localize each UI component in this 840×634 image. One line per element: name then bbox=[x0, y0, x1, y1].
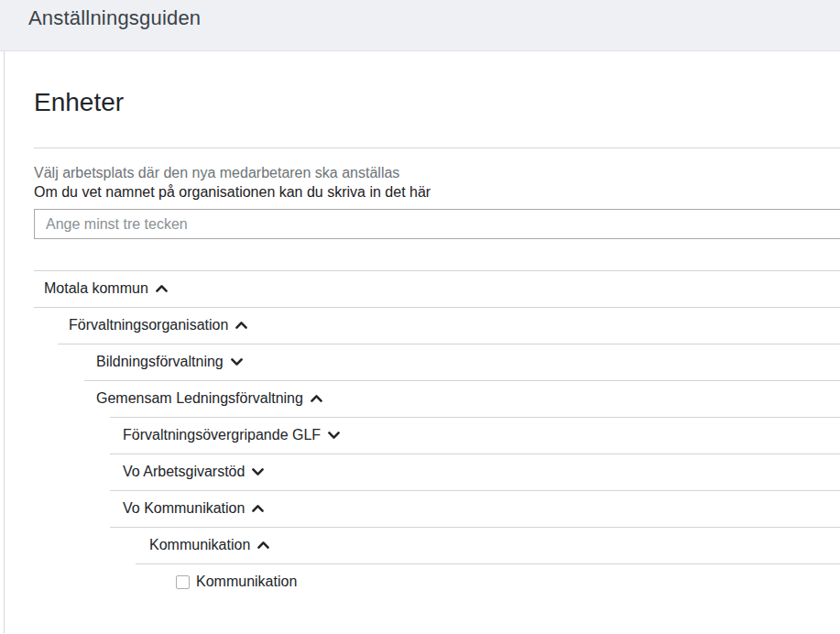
tree-node-row[interactable]: Motala kommun bbox=[5, 270, 840, 307]
page-subtitle: Välj arbetsplats där den nya medarbetare… bbox=[34, 163, 840, 182]
tree-node-label: Vo Arbetsgivarstöd bbox=[123, 464, 245, 480]
tree-node-row[interactable]: Bildningsförvaltning bbox=[5, 344, 840, 380]
chevron-up-icon[interactable] bbox=[235, 317, 248, 333]
chevron-up-icon[interactable] bbox=[251, 500, 265, 517]
section-divider bbox=[34, 148, 840, 148]
search-label: Om du vet namnet på organisationen kan d… bbox=[34, 184, 431, 200]
chevron-down-icon[interactable] bbox=[230, 354, 244, 370]
tree-node-row[interactable]: Vo Arbetsgivarstöd bbox=[5, 454, 840, 490]
tree-node-row[interactable]: Förvaltningsorganisation bbox=[5, 307, 840, 344]
app-title: Anställningsguiden bbox=[28, 6, 840, 30]
page-content: Enheter Välj arbetsplats där den nya med… bbox=[5, 86, 840, 239]
row-divider bbox=[136, 563, 840, 564]
chevron-down-icon[interactable] bbox=[251, 464, 265, 480]
tree-node-row[interactable]: Förvaltningsövergripande GLF bbox=[5, 417, 840, 454]
row-divider bbox=[58, 344, 840, 344]
row-divider bbox=[110, 490, 840, 491]
tree-node-row[interactable]: Vo Kommunikation bbox=[5, 490, 840, 527]
app-header: Anställningsguiden bbox=[0, 0, 840, 51]
row-divider bbox=[110, 454, 840, 454]
row-divider bbox=[34, 270, 840, 271]
tree-leaf-row[interactable]: Kommunikation bbox=[5, 563, 840, 600]
tree-node-label: Motala kommun bbox=[44, 280, 148, 297]
tree-node-label: Kommunikation bbox=[196, 574, 297, 590]
chevron-up-icon[interactable] bbox=[310, 390, 323, 407]
tree-node-label: Kommunikation bbox=[149, 537, 250, 553]
chevron-up-icon[interactable] bbox=[256, 537, 270, 553]
search-input[interactable] bbox=[34, 209, 840, 239]
row-divider bbox=[34, 307, 840, 308]
tree-node-row[interactable]: Kommunikation bbox=[5, 527, 840, 563]
tree-node-label: Gemensam Ledningsförvaltning bbox=[96, 390, 303, 407]
main-panel: Enheter Välj arbetsplats där den nya med… bbox=[4, 51, 840, 633]
tree-node-row[interactable]: Gemensam Ledningsförvaltning bbox=[5, 380, 840, 417]
tree-node-label: Förvaltningsorganisation bbox=[69, 317, 228, 333]
page-title: Enheter bbox=[34, 86, 840, 119]
row-divider bbox=[110, 527, 840, 528]
unit-checkbox[interactable] bbox=[176, 575, 190, 589]
chevron-down-icon[interactable] bbox=[327, 427, 341, 443]
chevron-up-icon[interactable] bbox=[155, 280, 169, 297]
tree-node-label: Vo Kommunikation bbox=[123, 500, 245, 517]
tree-node-label: Bildningsförvaltning bbox=[96, 354, 224, 370]
row-divider bbox=[110, 417, 840, 418]
org-tree: Motala kommunFörvaltningsorganisationBil… bbox=[5, 270, 840, 600]
row-divider bbox=[84, 380, 840, 381]
tree-node-label: Förvaltningsövergripande GLF bbox=[123, 427, 321, 443]
